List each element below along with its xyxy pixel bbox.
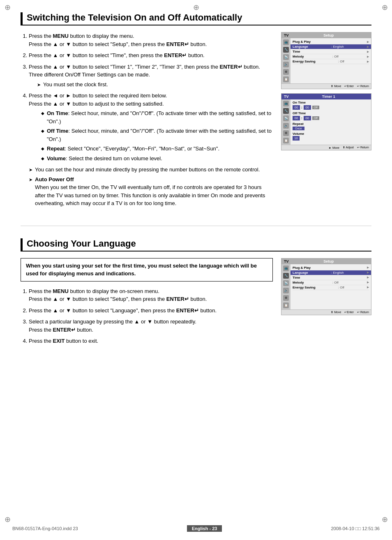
repeat-label: Repeat [293, 122, 369, 126]
timer-sidebar-2: 🔧 [283, 108, 289, 114]
auto-power-off-text: When you set the timer On, the TV will e… [35, 184, 265, 206]
footer-right: 2008-04-10 □□ 12:51:36 [331, 526, 380, 531]
section2-content: When you start using your set for the fi… [21, 258, 371, 348]
section1-steps: Press the MENU button to display the men… [21, 32, 273, 162]
s2-step1-menu: MENU [53, 288, 69, 294]
repeat-val: Once [293, 127, 304, 130]
on-min: 00 [304, 105, 311, 110]
sidebar-icon-6: 📋 [283, 76, 289, 82]
page-number: English - 23 [187, 525, 222, 532]
section2-ui-col: TV Setup 📺 🔧 📡 🔊 ⚙ 📋 [281, 258, 371, 348]
tv-setup-ui1: TV Setup 📺 🔧 📡 🔊 ⚙ 📋 [281, 32, 371, 89]
tv-sidebar-timer: 📺 🔧 📡 🔊 ⚙ 📋 [281, 99, 291, 145]
bullet-volume: Volume: Select the desired turn on volum… [41, 155, 273, 163]
off-state: Off [312, 116, 319, 120]
sidebar2-icon-4: 🔊 [283, 288, 289, 293]
tv-row-time: Time ▶ [293, 49, 369, 54]
tv-row-plug: Plug & Play ▶ [293, 39, 369, 44]
section2-title: Choosing Your Language [21, 238, 371, 252]
auto-power-off-content: Auto Power Off When you set the timer On… [35, 175, 273, 208]
s2-step2-enter: ENTER↵ [176, 307, 199, 314]
note-hour-minute: You can set the hour and minute directly… [29, 166, 273, 174]
tv-timer-main: On Time 00 : 00 Off Off Time [291, 99, 371, 145]
tv2-row-plug: Plug & Play ▶ [293, 265, 369, 270]
tv-timer-body: 📺 🔧 📡 🔊 ⚙ 📋 On Time 00 [281, 99, 371, 145]
tv2-row-time: Time ▶ [293, 275, 369, 280]
step1-menu: MENU [53, 33, 69, 39]
sidebar2-icon-5: ⚙ [283, 295, 289, 301]
tv-label2: TV [284, 259, 289, 263]
s2-step-3: Select a particular language by pressing… [29, 318, 273, 334]
bullet-off-time-text: Off Time: Select hour, minute, and "On"/… [47, 127, 273, 143]
off-time-row: 00 : 00 Off [293, 116, 369, 120]
tv-timer-header: TV Timer 1 [281, 94, 371, 99]
tv2-row-melody: Melody : Off ▶ [293, 280, 369, 285]
on-hour: 00 [293, 105, 300, 110]
page-bottom: BN68-01517A-Eng-0410.indd 23 English - 2… [0, 525, 392, 532]
tv-row-language: Language : English ▶ [291, 44, 371, 49]
s2-step1-enter: ENTER↵ [166, 296, 189, 302]
tv-row-melody: Melody : Off ▶ [293, 54, 369, 59]
off-time-label: Off Time [293, 111, 369, 115]
setup-label2: Setup [323, 259, 334, 263]
s2-step-4: Press the EXIT button to exit. [29, 337, 273, 345]
section-divider [21, 226, 371, 226]
tv2-row-energy: Energy Saving : Off ▶ [293, 285, 369, 290]
timer-label: Timer 1 [322, 95, 335, 99]
bullet-on-time-text: On Time: Select hour, minute, and "On"/"… [47, 109, 273, 125]
timer-sidebar-6: 📋 [283, 138, 289, 143]
step-2: Press the ▲ or ▼ button to select "Time"… [29, 51, 273, 60]
s2-step-2: Press the ▲ or ▼ button to select "Langu… [29, 307, 273, 315]
auto-power-off-title: Auto Power Off [35, 176, 74, 182]
info-box: When you start using your set for the fi… [21, 258, 273, 282]
crosshair-tm: ⊕ [192, 3, 200, 12]
tv2-row-language: Language : English ▶ [291, 270, 371, 275]
bullet-on-time: On Time: Select hour, minute, and "On"/"… [41, 109, 273, 125]
crosshair-br: ⊕ [380, 515, 389, 524]
step3-enter: ENTER↵ [220, 64, 242, 70]
setup-label1: Setup [323, 33, 334, 37]
tv-setup-body1: 📺 🔧 📡 🔊 ⚙ 📋 Plug & Play ▶ [281, 38, 371, 83]
note-hour-minute-text: You can set the hour and minute directly… [35, 166, 260, 174]
sidebar2-icon-2: 🔧 [283, 273, 289, 279]
timer-sidebar-3: 📡 [283, 115, 289, 121]
s2-step4-exit: EXIT [53, 338, 65, 344]
tv-label1: TV [284, 33, 289, 37]
bullet-repeat: Repeat: Select "Once", "Everyday", "Mon~… [41, 145, 273, 153]
tv-setup-header2: TV Setup [281, 258, 371, 264]
timer-sidebar-1: 📺 [283, 101, 289, 106]
section2-text-col: When you start using your set for the fi… [21, 258, 273, 348]
sidebar-icon-4: 🔊 [283, 62, 289, 67]
timer-sidebar-4: 🔊 [283, 123, 289, 129]
section2: Choosing Your Language When you start us… [21, 238, 371, 348]
sidebar-icon-1: 📺 [283, 39, 289, 45]
s2-step-1: Press the MENU button to display the on-… [29, 287, 273, 303]
crosshair-tl: ⊕ [3, 3, 12, 12]
tv-setup-body2: 📺 🔧 📡 🔊 ⚙ 📋 Plug & Play ▶ [281, 264, 371, 309]
crosshair-tr: ⊕ [380, 3, 389, 12]
volume-label: Volume [293, 132, 369, 136]
sidebar2-icon-6: 📋 [283, 302, 289, 308]
section1-ui-col: TV Setup 📺 🔧 📡 🔊 ⚙ 📋 [281, 32, 371, 209]
timer-sidebar-5: ⚙ [283, 130, 289, 136]
bullet-off-time: Off Time: Select hour, minute, and "On"/… [41, 127, 273, 143]
section1-text-col: Press the MENU button to display the men… [21, 32, 273, 209]
off-hour: 00 [293, 116, 300, 120]
sidebar2-icon-3: 📡 [283, 280, 289, 286]
on-state: Off [312, 106, 319, 109]
step-4: Press the ◄ or ► button to select the re… [29, 92, 273, 162]
sidebar-icon-2: 🔧 [283, 47, 289, 53]
tv-timer-footer: ► Move ⬆ Adjust ↩ Return [281, 145, 371, 150]
note-clock: You must set the clock first. [37, 81, 273, 89]
tv-footer1: ⬆ Move ↵Enter ↩ Return [281, 83, 371, 89]
tv-timer-ui: TV Timer 1 📺 🔧 📡 🔊 ⚙ 📋 [281, 93, 371, 150]
tv-footer2: ⬆ Move ↵Enter ↩ Return [281, 309, 371, 315]
tv-main2: Plug & Play ▶ Language : English ▶ Time … [291, 264, 371, 309]
tv-setup-header1: TV Setup [281, 32, 371, 38]
timer-tv-label: TV [284, 95, 289, 99]
tv-setup-ui2: TV Setup 📺 🔧 📡 🔊 ⚙ 📋 [281, 258, 371, 315]
timer-on-section: On Time 00 : 00 Off [293, 101, 369, 110]
note-clock-text: You must set the clock first. [43, 81, 108, 89]
section2-steps: Press the MENU button to display the on-… [21, 287, 273, 345]
tv-sidebar2: 📺 🔧 📡 🔊 ⚙ 📋 [281, 264, 291, 309]
